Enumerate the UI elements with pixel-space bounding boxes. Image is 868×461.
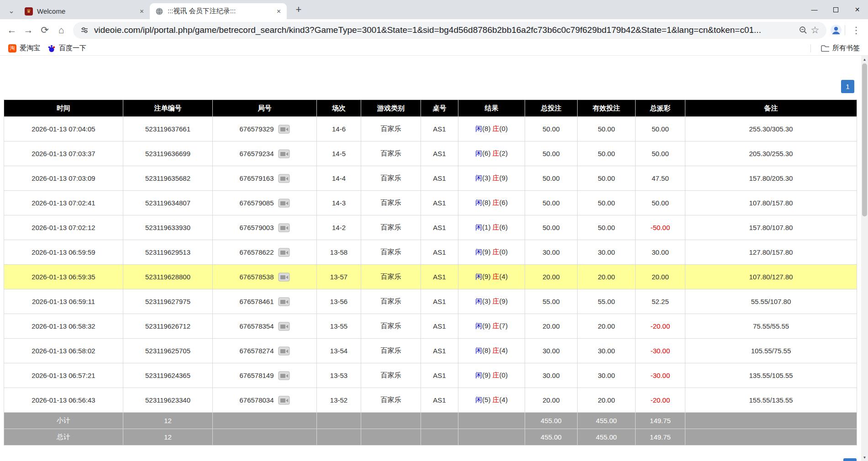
cell-table-no: AS1	[421, 265, 458, 289]
cell-valid-bet: 55.00	[578, 289, 636, 314]
site-settings-icon[interactable]	[79, 24, 90, 36]
summary-time: 总计	[4, 429, 123, 445]
round-video-icon[interactable]	[278, 371, 290, 380]
bookmark-baidu[interactable]: 百度一下	[44, 42, 90, 54]
table-row: 2026-01-13 06:56:43523119623340676578034…	[4, 388, 857, 413]
cell-remark: 157.80/205.30	[685, 166, 857, 191]
tab-close-icon[interactable]: ✕	[137, 7, 146, 16]
result-banker-score: (6)	[500, 199, 508, 206]
summary-game-type	[361, 413, 421, 429]
pagination-page-1-top[interactable]: 1	[841, 80, 854, 93]
profile-avatar[interactable]	[830, 24, 842, 36]
page-scrollbar[interactable]: ▲ ▼	[861, 56, 868, 461]
cell-game-type: 百家乐	[361, 289, 421, 314]
cell-result: 闲(9) 庄(7)	[458, 314, 525, 339]
cell-total-payout: 50.00	[636, 191, 685, 215]
minimize-button[interactable]: —	[804, 0, 825, 19]
cell-total-bet[interactable]: 30.00	[525, 363, 578, 388]
round-video-icon[interactable]	[278, 346, 290, 356]
result-player-label: 闲	[475, 297, 482, 305]
back-icon[interactable]: ←	[4, 22, 20, 38]
cell-table-no: AS1	[421, 141, 458, 166]
round-video-icon[interactable]	[278, 396, 290, 405]
cell-total-bet[interactable]: 20.00	[525, 314, 578, 339]
cell-remark: 107.80/157.80	[685, 191, 857, 215]
summary-time: 小计	[4, 413, 123, 429]
result-banker-label: 庄	[493, 272, 500, 280]
cell-bet-no: 523119633930	[123, 215, 213, 240]
bookmark-taobao[interactable]: 淘 爱淘宝	[5, 42, 44, 54]
cell-total-payout: -20.00	[636, 314, 685, 339]
scrollbar-thumb[interactable]	[862, 63, 867, 216]
zoom-icon[interactable]	[797, 24, 809, 36]
pagination-page-1-bottom[interactable]: 1	[843, 458, 857, 461]
round-video-icon[interactable]	[278, 248, 290, 257]
cell-total-payout: 20.00	[636, 265, 685, 289]
cell-game-type: 百家乐	[361, 215, 421, 240]
cell-total-bet[interactable]: 55.00	[525, 289, 578, 314]
cell-total-bet[interactable]: 30.00	[525, 240, 578, 265]
close-button[interactable]: ✕	[847, 0, 868, 19]
welcome-tab-favicon-icon: ♛	[25, 7, 33, 16]
cell-time: 2026-01-13 06:58:02	[4, 339, 123, 363]
all-bookmarks-button[interactable]: 所有书签	[817, 42, 863, 54]
summary-row: 小计12455.00455.00149.75	[4, 413, 857, 429]
round-no-text: 676578622	[239, 248, 274, 256]
cell-table-no: AS1	[421, 314, 458, 339]
result-player-label: 闲	[475, 272, 482, 280]
maximize-button[interactable]	[825, 0, 847, 19]
summary-total-payout: 149.75	[636, 429, 685, 445]
cell-remark: 155.55/135.55	[685, 388, 857, 413]
cell-total-bet[interactable]: 50.00	[525, 191, 578, 215]
new-tab-button[interactable]: +	[291, 2, 306, 17]
col-header-game-type: 游戏类别	[361, 100, 421, 117]
col-header-result: 结果	[458, 100, 525, 117]
tab-betrecord[interactable]: :::视讯 会员下注纪录::: ✕	[150, 3, 287, 19]
bookmark-star-icon[interactable]: ☆	[809, 24, 821, 36]
cell-valid-bet: 30.00	[578, 240, 636, 265]
cell-bet-no: 523119637661	[123, 117, 213, 141]
cell-time: 2026-01-13 07:04:05	[4, 117, 123, 141]
cell-total-bet[interactable]: 50.00	[525, 141, 578, 166]
forward-icon[interactable]: →	[20, 22, 37, 38]
summary-total-payout: 149.75	[636, 413, 685, 429]
reload-icon[interactable]: ⟳	[37, 22, 53, 38]
cell-game-type: 百家乐	[361, 166, 421, 191]
address-bar[interactable]: videoie.com/ipl/portal.php/game/betrecor…	[73, 22, 826, 39]
scroll-up-icon[interactable]: ▲	[861, 56, 868, 63]
round-video-icon[interactable]	[278, 223, 290, 232]
cell-total-bet[interactable]: 30.00	[525, 339, 578, 363]
cell-total-bet[interactable]: 50.00	[525, 166, 578, 191]
tab-close-icon[interactable]: ✕	[274, 7, 283, 16]
cell-total-bet[interactable]: 20.00	[525, 388, 578, 413]
cell-valid-bet: 20.00	[578, 265, 636, 289]
url-text: videoie.com/ipl/portal.php/game/betrecor…	[94, 25, 797, 35]
home-icon[interactable]: ⌂	[53, 22, 69, 38]
result-banker-label: 庄	[493, 322, 500, 330]
cell-valid-bet: 50.00	[578, 215, 636, 240]
scroll-down-icon[interactable]: ▼	[861, 454, 868, 461]
site-favicon-globe-icon	[155, 7, 163, 16]
result-player-score: (8)	[482, 199, 493, 206]
summary-row: 总计12455.00455.00149.75	[4, 429, 857, 445]
bookmarks-divider	[810, 44, 811, 52]
tab-welcome[interactable]: ♛ Welcome ✕	[19, 3, 150, 19]
cell-total-payout: -20.00	[636, 388, 685, 413]
round-no-text: 676579329	[239, 125, 274, 133]
round-video-icon[interactable]	[278, 297, 290, 306]
result-player-label: 闲	[475, 322, 482, 330]
round-video-icon[interactable]	[278, 322, 290, 331]
cell-bet-no: 523119625705	[123, 339, 213, 363]
tab-search-chevron-icon[interactable]: ⌄	[5, 4, 18, 17]
round-video-icon[interactable]	[278, 272, 290, 282]
round-video-icon[interactable]	[278, 149, 290, 158]
cell-total-bet[interactable]: 50.00	[525, 117, 578, 141]
result-player-score: (5)	[482, 396, 493, 403]
cell-session: 13-56	[317, 289, 361, 314]
cell-total-bet[interactable]: 20.00	[525, 265, 578, 289]
cell-total-bet[interactable]: 50.00	[525, 215, 578, 240]
round-video-icon[interactable]	[278, 199, 290, 208]
round-video-icon[interactable]	[278, 174, 290, 183]
round-video-icon[interactable]	[278, 125, 290, 134]
menu-dots-icon[interactable]: ⋮	[848, 22, 864, 38]
